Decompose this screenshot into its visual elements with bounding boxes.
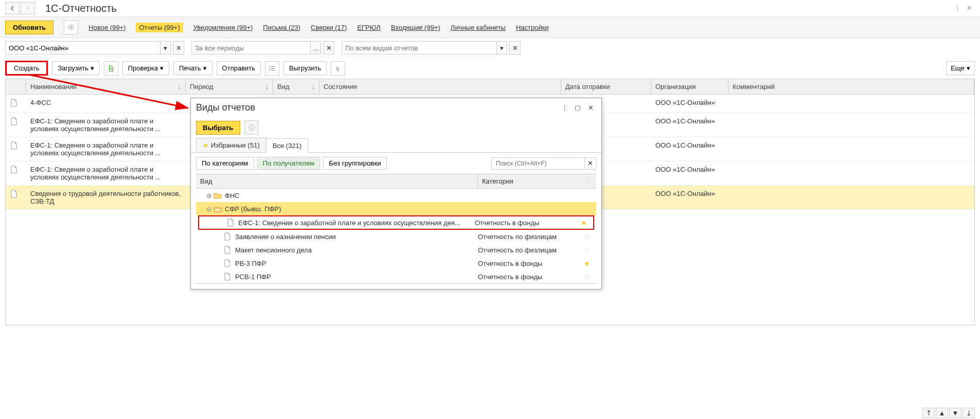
type-filter-clear[interactable]: ✕	[509, 41, 521, 54]
type-filter-input[interactable]	[342, 42, 496, 54]
page-title: 1С-Отчетность	[45, 3, 117, 14]
tree-item[interactable]: РСВ-1 ПФР Отчетность в фонды ☆	[196, 270, 596, 283]
tab-all[interactable]: Все (321)	[266, 138, 308, 153]
nav-forward-button[interactable]	[21, 2, 35, 14]
link-letters[interactable]: Письма (23)	[263, 24, 300, 31]
link-notifications[interactable]: Уведомления (99+)	[193, 24, 253, 31]
cell-org: ООО «1С-Онлайн»	[651, 137, 728, 161]
more-button[interactable]: Еще▾	[946, 61, 975, 75]
popup-search-input[interactable]	[492, 158, 584, 169]
tree-item-category: Отчетность в фонды	[475, 219, 578, 227]
star-icon[interactable]: ★	[578, 219, 590, 227]
tab-favorites[interactable]: ★Избранные (51)	[196, 138, 266, 152]
tree-folder-fns[interactable]: ⊕ ФНС	[196, 189, 596, 202]
th-period[interactable]: Период↓	[186, 79, 273, 94]
tree-item[interactable]: Заявление о назначении пенсии Отчетность…	[196, 230, 596, 243]
document-icon	[10, 190, 18, 198]
info-button[interactable]: i	[244, 120, 259, 135]
print-button[interactable]: Печать▾	[173, 61, 212, 75]
link-reconciliations[interactable]: Сверки (17)	[311, 24, 347, 31]
nav-back-button[interactable]	[5, 2, 20, 14]
refresh-button[interactable]: Обновить	[5, 21, 54, 34]
tree-item-label: РВ-3 ПФР	[235, 260, 478, 267]
org-filter[interactable]: ▾	[5, 41, 171, 54]
type-filter-dropdown[interactable]: ▾	[496, 42, 507, 54]
document-icon	[224, 272, 233, 281]
star-icon[interactable]: ★	[581, 260, 593, 267]
tree-item[interactable]: ЕФС-1: Сведения о заработной плате и усл…	[198, 215, 594, 230]
tree-folder-sfr[interactable]: ⊖ СФР (бывш. ПФР)	[196, 202, 596, 215]
attach-button[interactable]	[331, 61, 345, 76]
group-none[interactable]: Без группировки	[323, 157, 387, 170]
link-incoming[interactable]: Входящие (99+)	[391, 24, 440, 31]
close-icon[interactable]: ✕	[967, 4, 975, 12]
org-filter-dropdown[interactable]: ▾	[160, 42, 170, 54]
cell-org: ООО «1С-Онлайн»	[651, 186, 728, 209]
th-date[interactable]: Дата отправки	[561, 79, 651, 94]
star-icon[interactable]: ☆	[581, 273, 593, 281]
star-icon[interactable]: ☆	[581, 233, 593, 241]
collapse-icon[interactable]: ⊖	[206, 205, 213, 213]
period-filter-more[interactable]: …	[310, 42, 320, 54]
period-filter-clear[interactable]: ✕	[323, 41, 334, 54]
period-filter[interactable]: …	[191, 41, 321, 54]
popup-maximize-icon[interactable]: ▢	[575, 104, 583, 112]
load-button[interactable]: Загрузить▾	[52, 61, 99, 75]
period-filter-input[interactable]	[192, 42, 310, 54]
tree-item-label: Макет пенсионного дела	[235, 246, 478, 254]
link-settings[interactable]: Настройки	[516, 24, 549, 31]
export-button[interactable]: Выгрузить	[283, 61, 327, 75]
th-org[interactable]: Организация	[651, 79, 728, 94]
send-button[interactable]: Отправить	[217, 61, 261, 75]
type-filter[interactable]: ▾	[342, 41, 507, 54]
scroll-bottom-button[interactable]: ⤓	[963, 408, 975, 418]
document-icon	[224, 259, 233, 267]
popup-title: Виды отчетов	[196, 102, 255, 113]
popup-kebab-icon[interactable]: ⋮	[561, 104, 569, 112]
document-icon	[10, 166, 18, 174]
org-filter-clear[interactable]: ✕	[173, 41, 184, 54]
tree-item[interactable]: РВ-3 ПФР Отчетность в фонды ★	[196, 257, 596, 270]
org-filter-input[interactable]	[6, 42, 160, 54]
group-by-recipient[interactable]: По получателям	[257, 157, 320, 170]
link-reports[interactable]: Отчеты (99+)	[136, 23, 183, 32]
tree-item-label: ЕФС-1: Сведения о заработной плате и усл…	[238, 219, 475, 227]
create-button[interactable]: Создать	[5, 61, 48, 76]
document-icon	[10, 99, 18, 107]
th-state[interactable]: Состояние	[319, 79, 561, 94]
expand-icon[interactable]: ⊕	[206, 192, 213, 199]
folder-open-icon	[213, 205, 223, 212]
titlebar: 1С-Отчетность ⋮ ✕	[0, 0, 980, 16]
th-type[interactable]: Вид↓	[273, 79, 319, 94]
popup-close-icon[interactable]: ✕	[588, 104, 596, 112]
popup-th-type[interactable]: Вид	[196, 174, 478, 188]
scroll-down-button[interactable]: ▼	[949, 408, 961, 418]
tree-item[interactable]: Макет пенсионного дела Отчетность по физ…	[196, 243, 596, 257]
link-egrul[interactable]: ЕГРЮЛ	[357, 24, 380, 31]
settings-gear-button[interactable]	[64, 20, 78, 34]
reload-from-file-button[interactable]	[104, 61, 118, 76]
scroll-up-button[interactable]: ▲	[936, 408, 948, 418]
kebab-icon[interactable]: ⋮	[954, 4, 963, 12]
scroll-top-button[interactable]: ⤒	[922, 408, 935, 418]
tree-item-label: РСВ-1 ПФР	[235, 273, 478, 281]
popup-th-star[interactable]: ☆	[581, 174, 596, 188]
th-name[interactable]: Наименование↓	[26, 79, 186, 94]
tree-item-category: Отчетность по физлицам	[478, 246, 581, 254]
action-bar: Создать Загрузить▾ Проверка▾ Печать▾ Отп…	[0, 58, 980, 79]
popup-tree: ⊕ ФНС ⊖ СФР (бывш. ПФР) ЕФС-1: Сведения …	[196, 189, 596, 284]
popup-search-clear[interactable]: ✕	[584, 158, 596, 169]
th-comment[interactable]: Комментарий	[728, 79, 974, 94]
select-button[interactable]: Выбрать	[196, 121, 240, 135]
popup-th-category[interactable]: Категория	[478, 174, 581, 188]
link-new[interactable]: Новое (99+)	[88, 24, 126, 31]
list-button[interactable]	[265, 61, 279, 76]
popup-search[interactable]: ✕	[491, 157, 596, 170]
check-button[interactable]: Проверка▾	[122, 61, 169, 75]
cell-org: ООО «1С-Онлайн»	[651, 95, 728, 113]
table-header: Наименование↓ Период↓ Вид↓ Состояние Дат…	[6, 79, 974, 95]
group-by-category[interactable]: По категориям	[196, 157, 254, 170]
star-icon[interactable]: ☆	[581, 246, 593, 254]
link-cabinets[interactable]: Личные кабинеты	[451, 24, 506, 31]
tree-item-category: Отчетность в фонды	[478, 273, 581, 281]
